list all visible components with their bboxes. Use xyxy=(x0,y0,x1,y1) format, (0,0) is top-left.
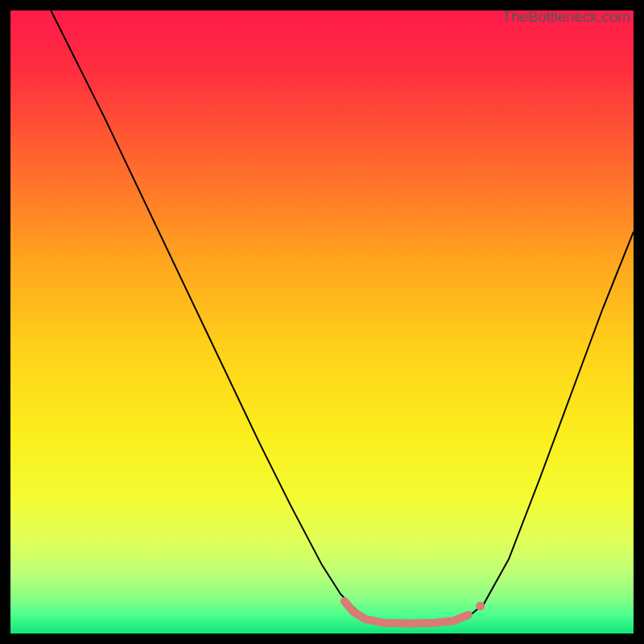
chart-background xyxy=(10,10,634,634)
watermark-text: TheBottleneck.com xyxy=(502,8,630,26)
bottleneck-chart xyxy=(10,10,634,634)
bottom-dot xyxy=(476,601,485,610)
chart-frame: TheBottleneck.com xyxy=(10,10,634,634)
